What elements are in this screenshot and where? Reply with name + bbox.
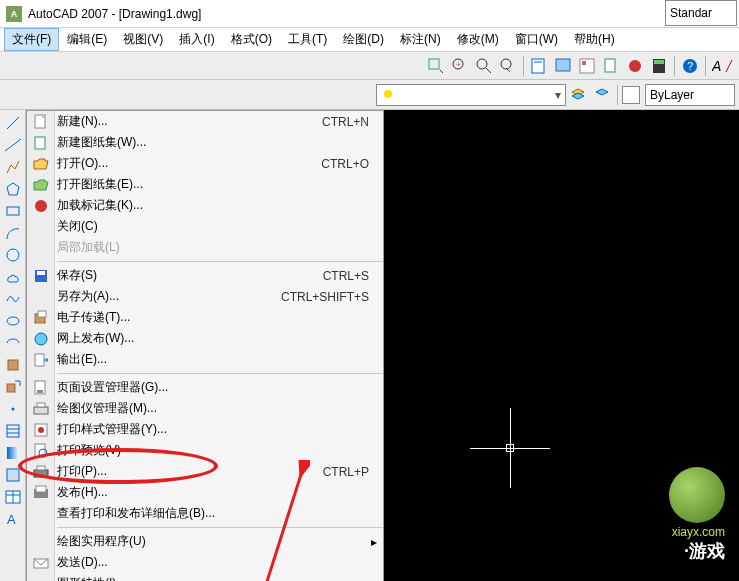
text-style-combo[interactable]: Standar (665, 0, 737, 26)
table-icon[interactable] (3, 487, 23, 507)
blank-icon (31, 289, 51, 305)
line-icon[interactable] (3, 113, 23, 133)
gradient-icon[interactable] (3, 443, 23, 463)
file-menu-item[interactable]: 发送(D)... (27, 552, 383, 573)
menu-dimension[interactable]: 标注(N) (392, 28, 449, 51)
file-menu-item[interactable]: 关闭(C) (27, 216, 383, 237)
menu-view[interactable]: 视图(V) (115, 28, 171, 51)
help-icon[interactable]: ? (679, 55, 701, 77)
menu-item-label: 新建(N)... (57, 113, 322, 130)
menu-item-label: 打印(P)... (57, 463, 323, 480)
watermark-logo-icon (669, 467, 725, 523)
construction-line-icon[interactable] (3, 135, 23, 155)
file-menu-item[interactable]: 打开(O)...CTRL+O (27, 153, 383, 174)
file-menu-item[interactable]: 新建(N)...CTRL+N (27, 111, 383, 132)
blank-icon (31, 219, 51, 235)
file-menu-item[interactable]: 网上发布(W)... (27, 328, 383, 349)
menu-separator (57, 373, 383, 374)
zoom-extents-icon[interactable]: + (449, 55, 471, 77)
menu-window[interactable]: 窗口(W) (507, 28, 566, 51)
menu-insert[interactable]: 插入(I) (171, 28, 222, 51)
color-combo[interactable]: ByLayer (645, 84, 735, 106)
file-menu-item[interactable]: 打印预览(V) (27, 440, 383, 461)
menu-item-shortcut: CTRL+N (322, 115, 383, 129)
app-icon: A (6, 6, 22, 22)
layer-combo[interactable] (376, 84, 566, 106)
file-menu-item[interactable]: 图形特性(I)... (27, 573, 383, 581)
properties-icon[interactable] (528, 55, 550, 77)
arc-icon[interactable] (3, 223, 23, 243)
menu-edit[interactable]: 编辑(E) (59, 28, 115, 51)
menu-item-label: 绘图仪管理器(M)... (57, 400, 383, 417)
tool-palettes-icon[interactable] (576, 55, 598, 77)
menu-item-label: 图形特性(I)... (57, 575, 383, 581)
draw-palette: A (0, 110, 26, 581)
layer-previous-icon[interactable] (591, 84, 613, 106)
svg-point-46 (35, 333, 47, 345)
svg-rect-9 (556, 59, 570, 71)
ellipse-arc-icon[interactable] (3, 333, 23, 353)
ellipse-icon[interactable] (3, 311, 23, 331)
watermark-name: ·游戏 (669, 539, 725, 563)
svg-rect-47 (35, 354, 44, 366)
menu-modify[interactable]: 修改(M) (449, 28, 507, 51)
svg-rect-50 (34, 407, 48, 414)
zoom-window-icon[interactable] (425, 55, 447, 77)
layer-states-icon[interactable] (567, 84, 589, 106)
file-menu-item[interactable]: 加载标记集(K)... (27, 195, 383, 216)
file-menu-item[interactable]: 电子传递(T)... (27, 307, 383, 328)
file-menu-item[interactable]: 新建图纸集(W)... (27, 132, 383, 153)
svg-point-4 (477, 59, 487, 69)
region-icon[interactable] (3, 465, 23, 485)
sheet-set-icon[interactable] (600, 55, 622, 77)
make-block-icon[interactable] (3, 377, 23, 397)
revision-cloud-icon[interactable] (3, 267, 23, 287)
svg-rect-56 (34, 470, 48, 477)
calculator-icon[interactable] (648, 55, 670, 77)
file-menu-item[interactable]: 打印(P)...CTRL+P (27, 461, 383, 482)
file-menu-item[interactable]: 打印样式管理器(Y)... (27, 419, 383, 440)
file-menu-item[interactable]: 输出(E)... (27, 349, 383, 370)
open-sheetset-icon (31, 177, 51, 193)
spline-icon[interactable] (3, 289, 23, 309)
menu-format[interactable]: 格式(O) (223, 28, 280, 51)
hatch-icon[interactable] (3, 421, 23, 441)
color-swatch[interactable] (622, 86, 640, 104)
rectangle-icon[interactable] (3, 201, 23, 221)
polyline-icon[interactable] (3, 157, 23, 177)
file-menu-item[interactable]: 绘图仪管理器(M)... (27, 398, 383, 419)
text-style-a-icon[interactable]: A (710, 55, 736, 77)
svg-text:A: A (7, 512, 16, 527)
color-value: ByLayer (650, 88, 694, 102)
svg-rect-43 (37, 271, 45, 275)
file-menu-item[interactable]: 打开图纸集(E)... (27, 174, 383, 195)
menu-tools[interactable]: 工具(T) (280, 28, 335, 51)
svg-rect-57 (37, 466, 45, 470)
polygon-icon[interactable] (3, 179, 23, 199)
markup-icon[interactable] (624, 55, 646, 77)
file-menu-item[interactable]: 另存为(A)...CTRL+SHIFT+S (27, 286, 383, 307)
export-icon (31, 352, 51, 368)
svg-rect-32 (7, 447, 19, 459)
file-menu-item[interactable]: 页面设置管理器(G)... (27, 377, 383, 398)
menu-draw[interactable]: 绘图(D) (335, 28, 392, 51)
file-menu-item[interactable]: 绘图实用程序(U)▸ (27, 531, 383, 552)
circle-icon[interactable] (3, 245, 23, 265)
crosshair-pickbox (506, 444, 514, 452)
svg-rect-11 (582, 61, 586, 65)
file-menu-item[interactable]: 查看打印和发布详细信息(B)... (27, 503, 383, 524)
page-setup-icon (31, 380, 51, 396)
file-menu-item[interactable]: 保存(S)CTRL+S (27, 265, 383, 286)
point-icon[interactable] (3, 399, 23, 419)
zoom-realtime-icon[interactable] (473, 55, 495, 77)
menu-file[interactable]: 文件(F) (4, 28, 59, 51)
menu-help[interactable]: 帮助(H) (566, 28, 623, 51)
design-center-icon[interactable] (552, 55, 574, 77)
menu-item-label: 新建图纸集(W)... (57, 134, 383, 151)
svg-point-13 (629, 60, 641, 72)
mtext-icon[interactable]: A (3, 509, 23, 529)
insert-block-icon[interactable] (3, 355, 23, 375)
zoom-previous-icon[interactable] (497, 55, 519, 77)
file-menu-item[interactable]: 发布(H)... (27, 482, 383, 503)
svg-line-21 (5, 139, 21, 151)
